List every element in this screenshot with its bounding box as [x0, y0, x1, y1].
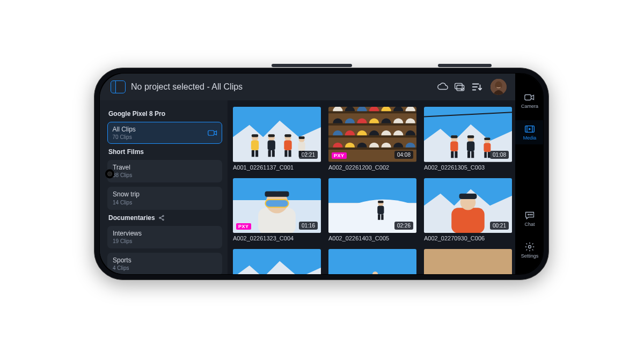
rail-item-settings[interactable]: Settings: [515, 238, 543, 262]
folder-count: 4 Clips: [113, 265, 217, 271]
right-nav-rail: Camera Media Chat: [515, 74, 543, 274]
clip-item[interactable]: 00:21 A002_02270930_C006: [424, 178, 512, 242]
clip-item[interactable]: 00:19 A002_02280720_C001: [328, 249, 416, 274]
svg-point-118: [529, 246, 531, 248]
rail-label: Settings: [521, 253, 539, 259]
clip-duration: 00:21: [490, 222, 509, 230]
svg-rect-45: [467, 151, 470, 158]
main-area: No project selected - All Clips: [100, 74, 515, 274]
folder-count: 38 Clips: [113, 172, 217, 178]
svg-rect-46: [471, 151, 474, 158]
folder-name: Sports: [113, 257, 217, 264]
rail-item-media[interactable]: Media: [515, 120, 543, 144]
rail-label: Media: [523, 135, 537, 141]
clip-thumbnail: PXY 04:08: [328, 107, 416, 162]
sidebar-item-interviews[interactable]: Interviews 19 Clips: [107, 226, 222, 248]
clip-thumbnail: PXY 01:16: [233, 178, 321, 233]
clip-grid-container[interactable]: 02:21 A001_02261137_C001 PXY 04:08 A002_…: [228, 100, 515, 274]
clip-name: A001_02261137_C001: [233, 164, 321, 171]
rail-item-chat[interactable]: Chat: [515, 207, 543, 231]
svg-rect-60: [265, 191, 289, 196]
media-icon: [524, 124, 535, 134]
svg-rect-52: [484, 137, 490, 140]
clip-thumbnail: 00:21: [424, 178, 512, 233]
svg-rect-66: [381, 214, 383, 219]
svg-rect-24: [284, 134, 291, 137]
svg-rect-26: [298, 142, 305, 151]
svg-point-115: [528, 214, 529, 215]
sidebar-item-all-clips[interactable]: All Clips 70 Clips: [107, 122, 222, 144]
clip-duration: 01:16: [299, 222, 318, 230]
svg-rect-34: [328, 148, 416, 150]
front-camera-dot: [107, 172, 112, 177]
clip-name: A002_02261305_C003: [424, 164, 512, 171]
svg-rect-70: [451, 208, 485, 233]
sidebar-item-sports[interactable]: Sports 4 Clips: [107, 253, 222, 274]
folder-count: 70 Clips: [113, 134, 208, 140]
svg-rect-11: [251, 141, 259, 150]
svg-rect-65: [378, 214, 380, 219]
svg-rect-19: [268, 134, 275, 137]
svg-rect-33: [328, 135, 416, 137]
svg-rect-1: [457, 85, 464, 91]
folder-count: 14 Clips: [113, 200, 217, 206]
clip-thumbnail: 03:02: [424, 249, 512, 274]
top-bar: No project selected - All Clips: [100, 74, 515, 100]
folder-count: 19 Clips: [113, 238, 217, 244]
svg-rect-22: [284, 150, 287, 157]
clip-item[interactable]: 03:02 A003_01310725_C002: [424, 249, 512, 274]
device-section-title: Google Pixel 8 Pro: [108, 110, 222, 118]
clip-thumbnail: 02:26: [328, 178, 416, 233]
rail-label: Chat: [524, 222, 535, 227]
svg-rect-64: [377, 206, 384, 214]
sort-icon[interactable]: [471, 81, 483, 93]
svg-rect-44: [467, 142, 474, 151]
phone-frame: No project selected - All Clips: [94, 68, 549, 280]
folder-name: Interviews: [113, 230, 217, 237]
folder-name: Snow trip: [113, 191, 217, 198]
clip-thumbnail: 00:19: [328, 249, 416, 274]
cloud-sync-icon[interactable]: [437, 81, 449, 93]
clip-duration: 01:08: [490, 151, 509, 159]
clip-item[interactable]: PXY 01:16 A002_02261323_C004: [233, 178, 321, 242]
clip-item[interactable]: 02:21 A001_02261137_C001: [233, 107, 321, 171]
clip-item[interactable]: 02:26 A002_02261403_C005: [328, 178, 416, 242]
settings-icon: [524, 242, 535, 252]
user-avatar[interactable]: [491, 79, 507, 95]
svg-rect-12: [252, 150, 254, 157]
camera-icon: [524, 92, 535, 102]
rail-item-camera[interactable]: Camera: [515, 89, 543, 113]
svg-point-116: [530, 214, 531, 215]
section-title-text: Documentaries: [108, 214, 155, 222]
sidebar-item-travel[interactable]: Travel 38 Clips: [107, 160, 222, 182]
select-clips-icon[interactable]: [454, 81, 466, 93]
clip-duration: 04:08: [394, 151, 413, 159]
svg-rect-72: [459, 193, 477, 199]
clip-item[interactable]: 01:08 A002_02261305_C003: [424, 107, 512, 171]
clip-name: A002_02270930_C006: [424, 235, 512, 241]
svg-rect-0: [455, 83, 463, 89]
svg-rect-4: [208, 130, 214, 135]
clip-name: A002_02261200_C002: [328, 164, 416, 171]
svg-rect-61: [328, 178, 416, 203]
section-documentaries-title: Documentaries: [108, 214, 222, 222]
clip-thumbnail: 01:08: [424, 107, 512, 162]
content-body: Google Pixel 8 Pro All Clips 70 Clips: [100, 100, 515, 274]
svg-rect-59: [266, 200, 288, 207]
clip-item[interactable]: PXY 04:08 A002_02261200_C002: [328, 107, 416, 171]
svg-rect-49: [484, 143, 491, 152]
svg-rect-47: [467, 135, 474, 138]
sidebar: Google Pixel 8 Pro All Clips 70 Clips: [100, 100, 228, 274]
svg-rect-31: [328, 111, 416, 113]
svg-point-117: [531, 214, 532, 215]
svg-rect-100: [424, 249, 512, 274]
svg-rect-21: [284, 141, 291, 150]
sidebar-toggle-button[interactable]: [111, 80, 126, 93]
clip-item[interactable]: PXY 01:07 A002_02271500_C001: [233, 249, 321, 274]
clip-thumbnail: 02:21: [233, 107, 321, 162]
svg-rect-32: [328, 123, 416, 126]
svg-rect-113: [525, 94, 531, 100]
camera-icon: [208, 129, 217, 137]
sidebar-item-snow-trip[interactable]: Snow trip 14 Clips: [107, 187, 222, 209]
svg-rect-13: [255, 150, 258, 157]
